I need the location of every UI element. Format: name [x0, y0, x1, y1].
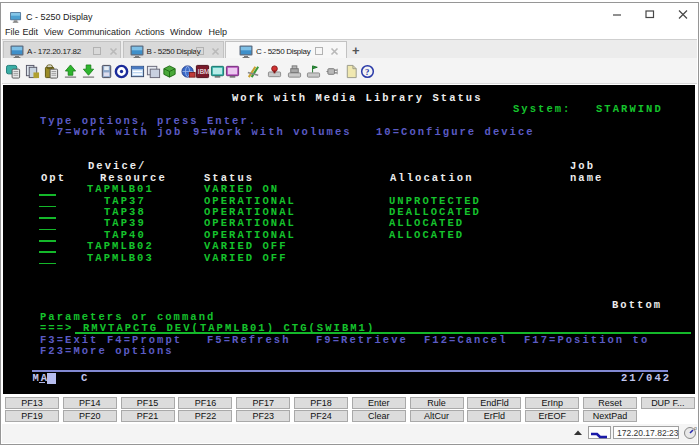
- svg-text:IBM: IBM: [198, 68, 210, 75]
- svg-text:?: ?: [365, 67, 369, 77]
- svg-text:o: o: [694, 425, 697, 431]
